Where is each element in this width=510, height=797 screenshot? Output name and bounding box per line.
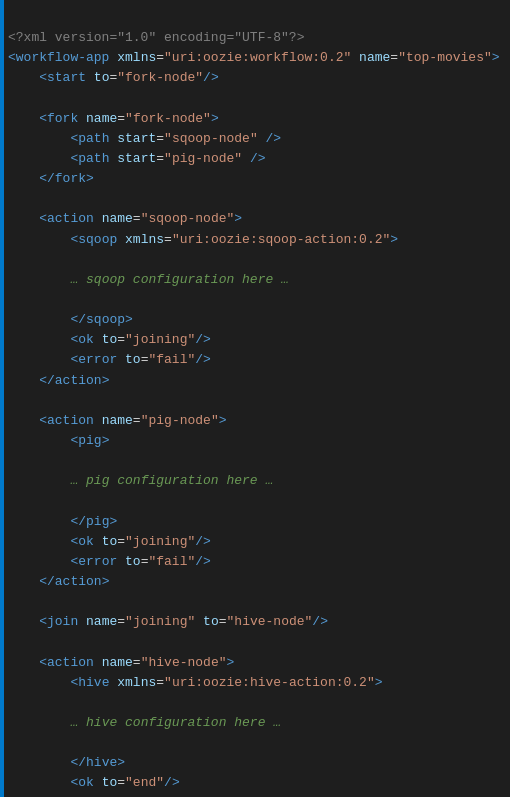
code-token: "joining" bbox=[125, 534, 195, 549]
code-line bbox=[0, 391, 510, 411]
code-token bbox=[94, 655, 102, 670]
code-token: <action bbox=[39, 211, 94, 226]
code-token: "joining" bbox=[125, 332, 195, 347]
code-token: /> bbox=[266, 131, 282, 146]
code-line bbox=[0, 632, 510, 652]
code-token: name bbox=[86, 614, 117, 629]
code-line: </fork> bbox=[0, 169, 510, 189]
code-token: <?xml version="1.0" encoding="UTF-8"?> bbox=[8, 30, 304, 45]
code-token: </sqoop> bbox=[70, 312, 132, 327]
code-token: "uri:oozie:hive-action:0.2" bbox=[164, 675, 375, 690]
code-token: = bbox=[156, 675, 164, 690]
code-line: <ok to="joining"/> bbox=[0, 330, 510, 350]
code-line: </action> bbox=[0, 371, 510, 391]
code-token: <hive bbox=[70, 675, 109, 690]
code-token: <start bbox=[39, 70, 86, 85]
code-token bbox=[8, 111, 39, 126]
code-token bbox=[8, 70, 39, 85]
code-line: <pig> bbox=[0, 431, 510, 451]
code-token: = bbox=[219, 614, 227, 629]
code-token: = bbox=[133, 655, 141, 670]
code-token: = bbox=[133, 413, 141, 428]
code-token: = bbox=[117, 332, 125, 347]
code-line bbox=[0, 592, 510, 612]
code-line: </action> bbox=[0, 572, 510, 592]
code-token: </pig> bbox=[70, 514, 117, 529]
code-token: start bbox=[117, 131, 156, 146]
code-token: to bbox=[102, 534, 118, 549]
code-token: > bbox=[219, 413, 227, 428]
code-token: xmlns bbox=[125, 232, 164, 247]
code-token bbox=[8, 211, 39, 226]
code-token bbox=[94, 413, 102, 428]
code-token: = bbox=[390, 50, 398, 65]
code-line bbox=[0, 290, 510, 310]
code-token bbox=[8, 413, 39, 428]
code-token bbox=[8, 715, 70, 730]
code-token: <ok bbox=[70, 332, 93, 347]
code-token: <path bbox=[70, 151, 109, 166]
code-token: = bbox=[133, 211, 141, 226]
code-line bbox=[0, 693, 510, 713]
code-token: <join bbox=[39, 614, 78, 629]
code-token bbox=[8, 554, 70, 569]
code-line: <sqoop xmlns="uri:oozie:sqoop-action:0.2… bbox=[0, 230, 510, 250]
code-line: <fork name="fork-node"> bbox=[0, 109, 510, 129]
code-token: to bbox=[94, 70, 110, 85]
code-line: <error to="fail"/> bbox=[0, 350, 510, 370]
code-line bbox=[0, 491, 510, 511]
code-line: <ok to="joining"/> bbox=[0, 532, 510, 552]
code-token bbox=[258, 131, 266, 146]
code-token: name bbox=[86, 111, 117, 126]
code-line bbox=[0, 89, 510, 109]
code-token bbox=[8, 352, 70, 367]
code-token: </fork> bbox=[39, 171, 94, 186]
code-token bbox=[8, 151, 70, 166]
code-token: "pig-node" bbox=[164, 151, 242, 166]
code-token bbox=[94, 775, 102, 790]
code-token: "fork-node" bbox=[125, 111, 211, 126]
code-line: <action name="hive-node"> bbox=[0, 653, 510, 673]
code-token: "uri:oozie:sqoop-action:0.2" bbox=[172, 232, 390, 247]
code-line: <hive xmlns="uri:oozie:hive-action:0.2"> bbox=[0, 673, 510, 693]
code-token bbox=[94, 211, 102, 226]
code-token: "fail" bbox=[148, 554, 195, 569]
code-token: = bbox=[117, 775, 125, 790]
code-token: start bbox=[117, 151, 156, 166]
code-token: <workflow-app bbox=[8, 50, 109, 65]
code-token: to bbox=[203, 614, 219, 629]
code-token: "hive-node" bbox=[227, 614, 313, 629]
code-token: <sqoop bbox=[70, 232, 117, 247]
code-token: = bbox=[164, 232, 172, 247]
code-token: <action bbox=[39, 655, 94, 670]
code-token bbox=[78, 614, 86, 629]
code-token bbox=[94, 332, 102, 347]
code-token: > bbox=[211, 111, 219, 126]
code-line: </hive> bbox=[0, 753, 510, 773]
code-token bbox=[8, 332, 70, 347]
code-line: <?xml version="1.0" encoding="UTF-8"?> bbox=[0, 28, 510, 48]
code-line: <path start="pig-node" /> bbox=[0, 149, 510, 169]
code-token bbox=[242, 151, 250, 166]
code-line: </pig> bbox=[0, 512, 510, 532]
code-token: <error bbox=[70, 554, 117, 569]
code-line bbox=[0, 189, 510, 209]
code-token: to bbox=[102, 332, 118, 347]
code-token: name bbox=[359, 50, 390, 65]
code-token bbox=[8, 272, 70, 287]
code-token: /> bbox=[312, 614, 328, 629]
code-token bbox=[8, 655, 39, 670]
code-token bbox=[8, 312, 70, 327]
code-token: /> bbox=[164, 775, 180, 790]
code-token: to bbox=[102, 775, 118, 790]
code-token: = bbox=[156, 151, 164, 166]
code-token bbox=[8, 574, 39, 589]
code-token: <fork bbox=[39, 111, 78, 126]
code-token: = bbox=[117, 614, 125, 629]
code-token bbox=[8, 514, 70, 529]
code-token: "end" bbox=[125, 775, 164, 790]
code-token: </hive> bbox=[70, 755, 125, 770]
code-line: <path start="sqoop-node" /> bbox=[0, 129, 510, 149]
code-token bbox=[8, 534, 70, 549]
code-token: to bbox=[125, 554, 141, 569]
